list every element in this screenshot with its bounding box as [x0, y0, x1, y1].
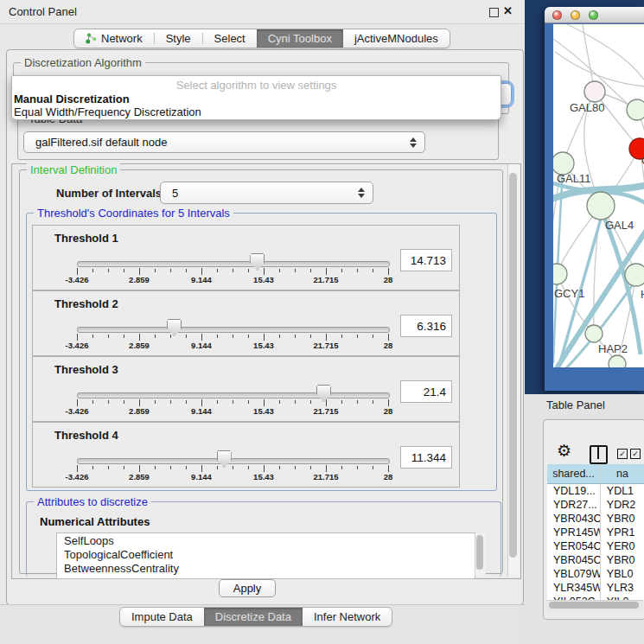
- attributes-list-scrollbar-thumb[interactable]: [476, 535, 483, 570]
- column-header-shared-name[interactable]: shared...: [547, 464, 601, 483]
- tab-label: Select: [214, 32, 245, 45]
- table-row[interactable]: YPR145WYPR1: [547, 526, 644, 539]
- menu-item-manual-discretization[interactable]: Manual Discretization: [14, 92, 498, 105]
- number-of-intervals-label: Number of Intervals: [56, 187, 162, 200]
- table-row[interactable]: YDR27...YDR2: [547, 498, 644, 512]
- minimize-traffic-light[interactable]: [571, 10, 580, 20]
- network-icon: [86, 33, 97, 44]
- slider-tick: [233, 400, 233, 404]
- network-node-h[interactable]: [625, 264, 644, 286]
- slider-scale-label: 28: [384, 275, 393, 284]
- threshold-row: Threshold 4-3.4262.8599.14415.4321.71528…: [32, 422, 460, 488]
- menu-item-equal-width-frequency[interactable]: Equal Width/Frequency Discretization: [14, 105, 498, 118]
- slider-handle[interactable]: [167, 319, 182, 336]
- network-node-gal4[interactable]: [587, 192, 615, 220]
- network-node-g[interactable]: [627, 99, 644, 120]
- threshold-value-field[interactable]: 6.316: [400, 315, 452, 337]
- slider-scale-label: -3.426: [66, 406, 89, 416]
- slider-tick: [201, 334, 202, 341]
- slider-scale-label: 9.144: [191, 472, 212, 481]
- slider-tick: [264, 268, 265, 275]
- tab-impute-data[interactable]: Impute Data: [120, 608, 204, 626]
- slider-tick: [124, 269, 124, 272]
- slider-tick: [310, 466, 311, 469]
- vertical-scrollbar-thumb[interactable]: [509, 173, 517, 558]
- slider-tick: [326, 268, 327, 275]
- tab-jactivemnodules[interactable]: jActiveMNodules: [343, 29, 450, 48]
- tab-network[interactable]: Network: [74, 29, 154, 48]
- attribute-list-item[interactable]: TopologicalCoefficient: [57, 547, 475, 561]
- node-table[interactable]: shared... na YDL19...YDL1YDR27...YDR2YBR…: [547, 464, 644, 600]
- control-panel-title: Control Panel: [9, 5, 77, 18]
- slider-handle[interactable]: [316, 385, 331, 402]
- network-node-gal80[interactable]: [584, 81, 605, 102]
- thresholds-group-label: Threshold's Coordinates for 5 Intervals: [34, 207, 233, 220]
- slider-scale-label: 2.859: [129, 406, 150, 416]
- slider-scale-label: 28: [384, 472, 393, 481]
- network-canvas[interactable]: GAL80GCGAL11GAL4GCY1HHAP2: [553, 24, 644, 367]
- threshold-value-field[interactable]: 21.4: [400, 380, 452, 403]
- table-row[interactable]: YBL079WYBL0: [547, 567, 644, 581]
- slider-tick: [139, 465, 140, 472]
- tab-label: Infer Network: [314, 610, 380, 623]
- slider-track[interactable]: [77, 458, 390, 464]
- table-row[interactable]: YBR043CYBR0: [547, 512, 644, 526]
- table-row[interactable]: YDL19...YDL1: [547, 484, 644, 498]
- float-window-icon[interactable]: [489, 8, 499, 17]
- threshold-value-field[interactable]: 11.344: [400, 446, 452, 469]
- tab-discretize-data[interactable]: Discretize Data: [204, 608, 303, 626]
- slider-tick: [170, 335, 171, 338]
- numerical-attributes-list[interactable]: SelfLoopsTopologicalCoefficientBetweenne…: [56, 532, 475, 579]
- gear-icon[interactable]: ⚙: [557, 443, 571, 459]
- slider-tick: [92, 466, 93, 469]
- table-data-combo[interactable]: galFiltered.sif default node: [23, 131, 425, 153]
- slider-track[interactable]: [77, 392, 390, 399]
- table-row[interactable]: YER054CYER0: [547, 539, 644, 553]
- column-header-name[interactable]: na: [601, 464, 644, 483]
- spinner-arrows-icon: [357, 188, 365, 198]
- close-traffic-light[interactable]: [552, 10, 562, 20]
- network-node[interactable]: [609, 355, 626, 367]
- slider-handle[interactable]: [250, 253, 265, 271]
- control-panel-tabbar: NetworkStyleSelectCyni ToolboxjActiveMNo…: [73, 29, 450, 48]
- slider-scale-label: 2.859: [129, 472, 150, 481]
- split-columns-icon[interactable]: [590, 445, 608, 464]
- checkbox-icon[interactable]: ✓: [617, 449, 628, 459]
- table-row[interactable]: YBR045CYBR0: [547, 553, 644, 567]
- slider-track[interactable]: [77, 261, 390, 267]
- cell-shared-name: YPR145W: [547, 526, 601, 539]
- slider-tick: [170, 400, 171, 404]
- threshold-value-field[interactable]: 14.713: [400, 249, 452, 271]
- spinner-arrows-icon: [409, 137, 417, 148]
- close-icon[interactable]: ✕: [503, 4, 513, 17]
- slider-tick: [155, 269, 156, 272]
- table-row[interactable]: YLR345WYLR3: [547, 581, 644, 595]
- table-horizontal-scrollbar-thumb[interactable]: [549, 602, 639, 609]
- attribute-list-item[interactable]: BetweennessCentrality: [57, 561, 475, 575]
- tab-cyni-toolbox[interactable]: Cyni Toolbox: [257, 29, 343, 48]
- slider-tick: [279, 335, 280, 338]
- algorithm-popup-hint: Select algorithm to view settings: [12, 79, 501, 92]
- slider-tick: [373, 335, 373, 338]
- slider-scale-label: -3.426: [66, 275, 89, 284]
- slider-tick: [264, 399, 265, 406]
- tab-select[interactable]: Select: [203, 29, 257, 48]
- checkbox-icon[interactable]: ✓: [630, 449, 641, 459]
- apply-button[interactable]: Apply: [219, 579, 276, 597]
- network-node-gcy1[interactable]: [553, 264, 567, 284]
- tab-infer-network[interactable]: Infer Network: [303, 608, 392, 626]
- network-edge[interactable]: [567, 24, 644, 80]
- network-edge[interactable]: [555, 52, 644, 86]
- slider-scale-label: -3.426: [66, 341, 89, 350]
- slider-tick: [155, 400, 156, 404]
- attribute-list-item[interactable]: SelfLoops: [57, 533, 475, 547]
- network-node-hap2[interactable]: [585, 325, 603, 342]
- zoom-traffic-light[interactable]: [589, 10, 598, 20]
- tab-style[interactable]: Style: [155, 29, 202, 48]
- slider-tick: [295, 400, 296, 404]
- attributes-to-discretize-label: Attributes to discretize: [34, 495, 151, 508]
- number-of-intervals-combo[interactable]: 5: [160, 182, 373, 204]
- slider-track[interactable]: [77, 327, 390, 333]
- slider-handle[interactable]: [217, 450, 232, 468]
- slider-tick: [233, 335, 233, 338]
